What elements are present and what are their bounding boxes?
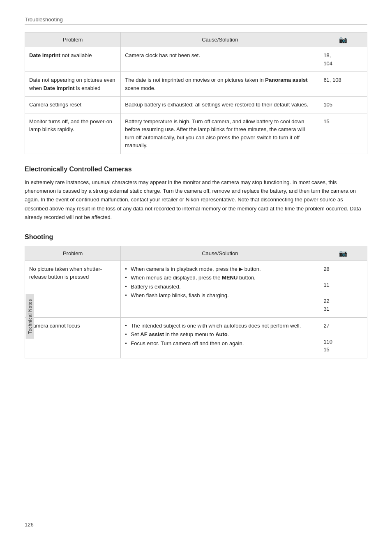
shooting-section-heading: Shooting bbox=[25, 233, 367, 241]
camera-icon-1: 📷 bbox=[339, 36, 347, 44]
shooting-header-cause: Cause/Solution bbox=[121, 246, 319, 261]
row1-ref: 18,104 bbox=[319, 47, 367, 72]
row4-problem: Monitor turns off, and the power-on lamp… bbox=[25, 113, 121, 154]
table1-header-problem: Problem bbox=[25, 32, 121, 47]
shooting-row1-ref: 28112231 bbox=[319, 261, 367, 317]
shooting-row2-problem: Camera cannot focus bbox=[25, 317, 121, 358]
table-row: Monitor turns off, and the power-on lamp… bbox=[25, 113, 367, 154]
shooting-table: Problem Cause/Solution 📷 No picture take… bbox=[25, 246, 367, 358]
shooting-row1-cause: When camera is in playback mode, press t… bbox=[121, 261, 319, 317]
table-row: Date imprint not available Camera clock … bbox=[25, 47, 367, 72]
page-container: Troubleshooting Problem Cause/Solution 📷… bbox=[0, 0, 392, 540]
table-row: Camera cannot focus The intended subject… bbox=[25, 317, 367, 358]
table-row: Date not appearing on pictures even when… bbox=[25, 72, 367, 97]
table1-header-cause: Cause/Solution bbox=[121, 32, 319, 47]
page-number: 126 bbox=[25, 522, 34, 528]
row3-problem: Camera settings reset bbox=[25, 97, 121, 113]
shooting-row1-problem: No picture taken when shutter-release bu… bbox=[25, 261, 121, 317]
table-row: Camera settings reset Backup battery is … bbox=[25, 97, 367, 113]
shooting-header-problem: Problem bbox=[25, 246, 121, 261]
row2-ref: 61, 108 bbox=[319, 72, 367, 97]
table1-header-ref: 📷 bbox=[319, 32, 367, 47]
sidebar-label: Technical Notes bbox=[26, 294, 34, 339]
troubleshooting-table-1: Problem Cause/Solution 📷 Date imprint no… bbox=[25, 32, 367, 154]
electronically-body: In extremely rare instances, unusual cha… bbox=[25, 178, 367, 222]
row2-problem: Date not appearing on pictures even when… bbox=[25, 72, 121, 97]
shooting-header-ref: 📷 bbox=[319, 246, 367, 261]
row1-cause: Camera clock has not been set. bbox=[121, 47, 319, 72]
camera-icon-2: 📷 bbox=[339, 249, 347, 257]
table-row: No picture taken when shutter-release bu… bbox=[25, 261, 367, 317]
row2-cause: The date is not imprinted on movies or o… bbox=[121, 72, 319, 97]
row3-ref: 105 bbox=[319, 97, 367, 113]
shooting-row2-ref: 2711015 bbox=[319, 317, 367, 358]
row3-cause: Backup battery is exhausted; all setting… bbox=[121, 97, 319, 113]
row4-ref: 15 bbox=[319, 113, 367, 154]
shooting-row2-cause: The intended subject is one with which a… bbox=[121, 317, 319, 358]
row4-cause: Battery temperature is high. Turn off ca… bbox=[121, 113, 319, 154]
electronically-section-heading: Electronically Controlled Cameras bbox=[25, 166, 367, 173]
row1-problem: Date imprint not available bbox=[25, 47, 121, 72]
section-heading-top: Troubleshooting bbox=[25, 16, 367, 25]
